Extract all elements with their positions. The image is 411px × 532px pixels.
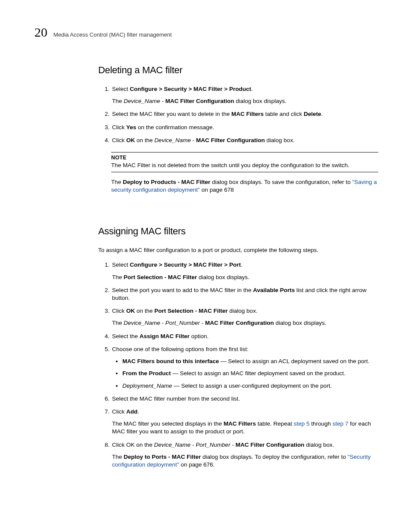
text: on the confirmation message.	[136, 124, 214, 131]
step-ref-link[interactable]: step 7	[333, 420, 349, 427]
step: Click OK on the Port Selection - MAC Fil…	[111, 307, 378, 327]
text: option.	[190, 333, 209, 339]
step-sub: The Device_Name - MAC Filter Configurati…	[112, 97, 378, 105]
step: Choose one of the following options from…	[111, 345, 378, 390]
text: Click	[112, 308, 126, 314]
text: .	[321, 111, 323, 117]
step-text: .	[251, 86, 253, 92]
text: Click	[112, 124, 126, 131]
text: dialog box.	[304, 442, 334, 448]
text: The	[112, 320, 124, 326]
text: -	[191, 137, 196, 143]
section-title-deleting: Deleting a MAC filter	[98, 65, 378, 76]
text: Click	[112, 408, 126, 415]
menu-path: Configure > Security > MAC Filter > Prod…	[130, 86, 251, 92]
step-text: Select	[112, 86, 130, 92]
list-item: From the Product — Select to assign an M…	[122, 370, 378, 377]
ui-button: Yes	[126, 124, 136, 131]
page-header: 20 Media Access Control (MAC) filter man…	[34, 25, 377, 40]
note-box: NOTE The MAC Filter is not deleted from …	[111, 152, 378, 172]
text: -	[190, 442, 196, 448]
text: The	[112, 454, 124, 460]
dialog-name: MAC Filter Configuration	[205, 320, 274, 326]
step-ref-link[interactable]: step 5	[294, 420, 310, 427]
breadcrumb: Media Access Control (MAC) filter manage…	[53, 31, 172, 38]
text: — Select to assign an ACL deployment sav…	[219, 358, 369, 364]
ui-element: Available Ports	[253, 287, 295, 293]
ui-button: OK	[126, 137, 135, 143]
note-label: NOTE	[111, 154, 378, 162]
text: The	[112, 274, 124, 280]
placeholder: Port_Number	[196, 442, 230, 448]
list-item: MAC Filters bound to this interface — Se…	[122, 358, 378, 365]
step: Select the Assign MAC Filter option.	[111, 333, 378, 340]
section-title-assigning: Assigning MAC filters	[98, 226, 378, 237]
option-name: MAC Filters bound to this interface	[122, 358, 219, 364]
dialog-name: MAC Filter Configuration	[165, 98, 234, 104]
text: Click	[112, 137, 126, 143]
text: on the	[135, 137, 154, 143]
chapter-number: 20	[34, 25, 47, 40]
text: dialog box displays.	[234, 98, 287, 104]
text: dialog box displays. To save the configu…	[210, 179, 352, 185]
page: 20 Media Access Control (MAC) filter man…	[0, 0, 411, 532]
text: The	[111, 179, 123, 185]
steps-deleting: Select Configure > Security > MAC Filter…	[98, 85, 378, 144]
placeholder: Device_Name	[124, 320, 160, 326]
note-body: The MAC Filter is not deleted from the s…	[111, 162, 378, 169]
text: Select the	[112, 333, 140, 339]
step: Select Configure > Security > MAC Filter…	[111, 85, 378, 105]
step: Select the MAC filter you want to delete…	[111, 110, 378, 118]
menu-path: Configure > Security > MAC Filter > Port	[130, 261, 241, 268]
text: Click OK on the	[112, 442, 154, 448]
placeholder: Deployment_Name	[122, 383, 172, 389]
step: Select the MAC filter number from the se…	[111, 395, 378, 403]
text: on page 676.	[179, 461, 215, 468]
step: Click OK on the Device_Name - MAC Filter…	[111, 137, 378, 144]
step-sub: The Port Selection - MAC Filter dialog b…	[112, 274, 378, 281]
dialog-name: Port Selection - MAC Filter	[124, 274, 197, 280]
placeholder: Device_Name	[124, 98, 160, 104]
text: on the	[135, 308, 154, 314]
text: dialog box.	[265, 137, 295, 143]
step: Click OK on the Device_Name - Port_Numbe…	[111, 441, 378, 469]
text: — Select to assign an MAC filter deploym…	[171, 370, 346, 376]
intro-para: To assign a MAC filter configuration to …	[98, 246, 378, 254]
text: Select	[112, 261, 130, 268]
text: table and click	[264, 111, 304, 117]
ui-button: Delete	[304, 111, 321, 117]
after-note: The Deploy to Products - MAC Filter dial…	[111, 178, 378, 194]
text: The MAC filter you selected displays in …	[112, 420, 224, 427]
text: -	[160, 320, 165, 326]
placeholder: Port_Number	[165, 320, 200, 326]
text: through	[309, 420, 332, 427]
content-area: Deleting a MAC filter Select Configure >…	[98, 65, 378, 469]
list-item: Deployment_Name — Select to assign a use…	[122, 382, 378, 390]
ui-element: MAC Filters	[224, 420, 256, 427]
text: dialog box.	[228, 308, 258, 314]
step: Click Add. The MAC filter you selected d…	[111, 408, 378, 436]
text: .	[241, 261, 243, 268]
text: on page 678	[200, 187, 234, 193]
steps-assigning: Select Configure > Security > MAC Filter…	[98, 261, 378, 469]
step-sub: The Deploy to Ports - MAC Filter dialog …	[112, 453, 378, 469]
dialog-name: Deploy to Products - MAC Filter	[123, 179, 210, 185]
step-sub: The Device_Name - Port_Number - MAC Filt…	[112, 319, 378, 327]
text: -	[160, 98, 165, 104]
dialog-name: Port Selection - MAC Filter	[154, 308, 227, 314]
placeholder: Device_Name	[154, 137, 191, 143]
option-list: MAC Filters bound to this interface — Se…	[112, 358, 378, 390]
text: Choose one of the following options from…	[112, 346, 249, 352]
dialog-name: MAC Filter Configuration	[236, 442, 305, 448]
ui-button: Add	[126, 408, 137, 415]
text: Select the MAC filter number from the se…	[112, 395, 240, 402]
text: Select the MAC filter you want to delete…	[112, 111, 231, 117]
ui-button: OK	[126, 308, 135, 314]
text: table. Repeat	[256, 420, 294, 427]
text: dialog box displays. To deploy the confi…	[201, 454, 347, 460]
ui-element: Assign MAC Filter	[140, 333, 190, 339]
step: Select Configure > Security > MAC Filter…	[111, 261, 378, 281]
step: Click Yes on the confirmation message.	[111, 124, 378, 131]
text: .	[137, 408, 139, 415]
text: dialog box displays.	[274, 320, 327, 326]
